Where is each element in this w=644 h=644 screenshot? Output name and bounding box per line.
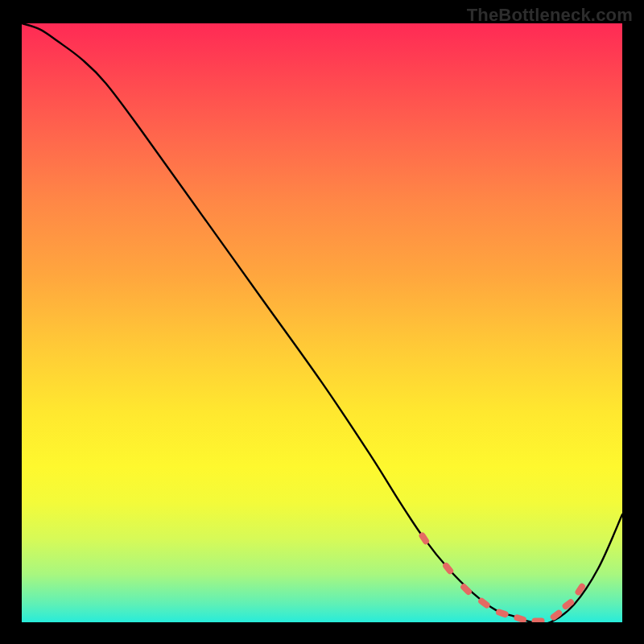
- bottleneck-curve: [22, 23, 622, 622]
- highlight-dash: [561, 598, 576, 611]
- highlight-markers: [418, 531, 587, 622]
- plot-area: [22, 23, 622, 622]
- curve-layer: [22, 23, 622, 622]
- highlight-dash: [495, 609, 510, 619]
- highlight-dash: [532, 618, 545, 622]
- chart-stage: TheBottleneck.com: [0, 0, 644, 644]
- highlight-dash: [513, 613, 527, 622]
- highlight-dash: [460, 583, 473, 597]
